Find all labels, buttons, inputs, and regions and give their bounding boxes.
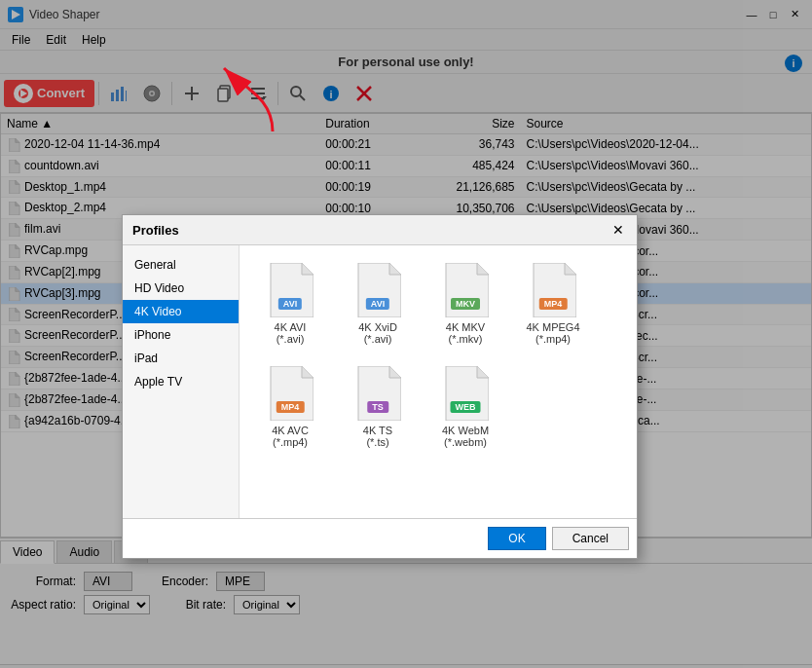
format-card[interactable]: MP4 4K MPEG4(*.mp4) xyxy=(514,257,592,351)
format-name: 4K AVC(*.mp4) xyxy=(272,425,309,448)
sidebar-4k-video[interactable]: 4K Video xyxy=(123,300,239,323)
sidebar-iphone[interactable]: iPhone xyxy=(123,323,239,347)
format-name: 4K WebM(*.webm) xyxy=(442,425,489,448)
format-card[interactable]: WEB 4K WebM(*.webm) xyxy=(426,360,504,454)
format-name: 4K TS(*.ts) xyxy=(363,425,392,448)
format-badge: MP4 xyxy=(277,401,305,413)
format-badge: AVI xyxy=(366,298,389,310)
sidebar-ipad[interactable]: iPad xyxy=(123,347,239,370)
modal-footer: OK Cancel xyxy=(123,518,637,558)
sidebar-general[interactable]: General xyxy=(123,253,239,277)
ok-button[interactable]: OK xyxy=(488,527,545,550)
modal-format-content: AVI 4K AVI(*.avi) AVI 4K XviD(*.avi) MKV… xyxy=(240,245,637,518)
modal-close-button[interactable]: ✕ xyxy=(609,221,627,239)
modal-title: Profiles xyxy=(132,223,179,238)
format-name: 4K MPEG4(*.mp4) xyxy=(526,321,579,345)
format-badge: WEB xyxy=(451,401,481,413)
format-file-icon: AVI xyxy=(354,263,401,317)
format-file-icon: AVI xyxy=(267,263,314,317)
format-file-icon: MKV xyxy=(442,263,489,317)
format-badge: MP4 xyxy=(539,298,568,310)
format-grid: AVI 4K AVI(*.avi) AVI 4K XviD(*.avi) MKV… xyxy=(251,257,625,454)
format-file-icon: MP4 xyxy=(267,366,314,421)
format-name: 4K MKV(*.mkv) xyxy=(446,321,485,345)
format-name: 4K XviD(*.avi) xyxy=(358,321,397,345)
sidebar-hd-video[interactable]: HD Video xyxy=(123,277,239,300)
cancel-button[interactable]: Cancel xyxy=(552,527,629,550)
format-file-icon: TS xyxy=(354,366,401,421)
format-card[interactable]: MP4 4K AVC(*.mp4) xyxy=(251,360,329,454)
format-file-icon: WEB xyxy=(442,366,489,421)
format-name: 4K AVI(*.avi) xyxy=(275,321,307,345)
format-card[interactable]: TS 4K TS(*.ts) xyxy=(339,360,417,454)
sidebar-apple-tv[interactable]: Apple TV xyxy=(123,370,239,393)
modal-sidebar: General HD Video 4K Video iPhone iPad Ap… xyxy=(123,245,240,518)
format-card[interactable]: AVI 4K AVI(*.avi) xyxy=(251,257,329,351)
format-file-icon: MP4 xyxy=(530,263,576,317)
format-card[interactable]: AVI 4K XviD(*.avi) xyxy=(339,257,417,351)
profiles-modal: Profiles ✕ General HD Video 4K Video iPh… xyxy=(122,214,638,559)
format-card[interactable]: MKV 4K MKV(*.mkv) xyxy=(426,257,504,351)
modal-header: Profiles ✕ xyxy=(123,215,637,245)
modal-body: General HD Video 4K Video iPhone iPad Ap… xyxy=(123,245,637,518)
format-badge: MKV xyxy=(451,298,480,310)
format-badge: TS xyxy=(367,401,388,413)
format-badge: AVI xyxy=(278,298,302,310)
modal-overlay[interactable]: Profiles ✕ General HD Video 4K Video iPh… xyxy=(0,0,812,668)
